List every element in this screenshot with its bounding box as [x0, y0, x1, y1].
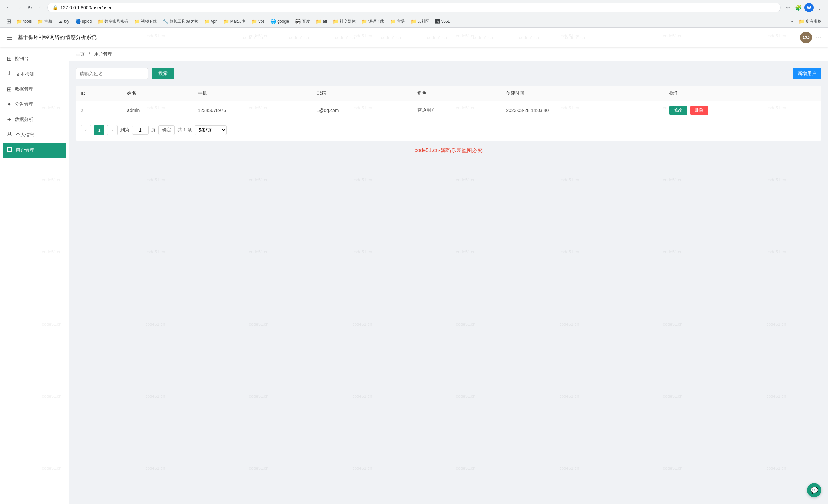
- cell-actions: 修改 删除: [664, 101, 821, 120]
- bookmark-label: 宝藏: [44, 19, 52, 24]
- sidebar-item-label: 文本检测: [16, 71, 34, 77]
- folder-icon: 📁: [223, 19, 229, 24]
- address-bar[interactable]: 🔒 127.0.0.1:8000/user/user: [47, 3, 781, 12]
- header-right: CO ···: [800, 32, 821, 43]
- bookmark-vpn[interactable]: 📁 vpn: [201, 17, 220, 25]
- copyright-watermark: code51.cn-源码乐园盗图必究: [76, 147, 821, 154]
- bookmark-uplod[interactable]: 🔵 uplod: [73, 17, 94, 25]
- cell-id: 2: [76, 101, 122, 120]
- folder-icon: 📁: [37, 19, 43, 24]
- menu-toggle-button[interactable]: ☰: [7, 34, 12, 41]
- current-page-button[interactable]: 1: [94, 125, 105, 135]
- bookmark-label: 所有书签: [806, 19, 821, 24]
- folder-icon: 📁: [134, 19, 140, 24]
- app-title: 基于循环神经网络的情感分析系统: [18, 34, 800, 41]
- profile-button[interactable]: W: [804, 3, 814, 12]
- edit-button[interactable]: 修改: [669, 106, 687, 115]
- page-size-select[interactable]: 5条/页 10条/页 20条/页: [195, 125, 227, 135]
- bookmark-source[interactable]: 📁 源码下载: [359, 17, 387, 26]
- bookmark-video-download[interactable]: 📁 视频下载: [131, 17, 159, 26]
- extensions-button[interactable]: 🧩: [794, 3, 803, 12]
- bookmark-cloud-community[interactable]: 📁 云社区: [408, 17, 432, 26]
- upload-icon: 🔵: [75, 19, 81, 24]
- bookmark-v651[interactable]: 🅰 v651: [433, 17, 452, 25]
- reload-button[interactable]: ↻: [25, 3, 34, 12]
- bookmark-baidu[interactable]: 🐼 百度: [292, 17, 313, 26]
- bookmark-label: 源码下载: [368, 19, 384, 24]
- sidebar-item-label: 用户管理: [16, 148, 34, 154]
- bookmark-google[interactable]: 🌐 google: [268, 17, 292, 25]
- delete-button[interactable]: 删除: [690, 106, 708, 115]
- sidebar-item-data-management[interactable]: ⊞ 数据管理: [0, 82, 69, 97]
- data-management-icon: ⊞: [7, 86, 11, 93]
- bookmark-webmaster-tools[interactable]: 🔧 站长工具·站之家: [160, 17, 201, 26]
- text-detection-icon: [7, 70, 12, 78]
- folder-icon: 📁: [251, 19, 257, 24]
- avatar[interactable]: CO: [800, 32, 812, 43]
- search-button[interactable]: 搜索: [152, 68, 174, 79]
- svg-point-3: [8, 132, 10, 134]
- page-goto-input[interactable]: [132, 126, 149, 135]
- sidebar-item-text-detection[interactable]: 文本检测: [0, 67, 69, 82]
- folder-icon: 📁: [390, 19, 396, 24]
- bookmark-all[interactable]: 📁 所有书签: [796, 17, 824, 26]
- content-area: 搜索 新增用户 ID 姓名 手机 邮箱 角色 创建时间 操作: [69, 61, 828, 161]
- header-more-button[interactable]: ···: [816, 34, 821, 41]
- float-chat-button[interactable]: 💬: [807, 483, 821, 497]
- home-button[interactable]: ⌂: [36, 3, 45, 12]
- breadcrumb-current: 用户管理: [94, 51, 112, 56]
- back-button[interactable]: ←: [4, 3, 13, 12]
- cloud-icon: ☁: [58, 19, 63, 24]
- table-container: ID 姓名 手机 邮箱 角色 创建时间 操作 2 admin: [76, 86, 821, 141]
- bookmark-label: uplod: [82, 19, 92, 24]
- sidebar-item-data-analysis[interactable]: ✦ 数据分析: [0, 112, 69, 127]
- search-input[interactable]: [76, 68, 148, 79]
- bookmark-baozang[interactable]: 📁 宝藏: [35, 17, 55, 26]
- col-name: 姓名: [122, 86, 193, 101]
- bookmark-label: vpn: [211, 19, 217, 24]
- sidebar-item-personal-info[interactable]: 个人信息: [0, 127, 69, 142]
- breadcrumb-home[interactable]: 主页: [76, 51, 85, 56]
- goto-label: 到第: [120, 127, 129, 133]
- url-display: 127.0.0.1:8000/user/user: [60, 5, 776, 10]
- bookmark-txy[interactable]: ☁ txy: [55, 17, 72, 25]
- col-id: ID: [76, 86, 122, 101]
- star-button[interactable]: ☆: [783, 3, 792, 12]
- bookmark-label: 共享账号密码: [105, 19, 128, 24]
- bookmark-social[interactable]: 📁 社交媒体: [330, 17, 358, 26]
- bookmark-aff[interactable]: 📁 aff: [313, 17, 330, 25]
- user-table: ID 姓名 手机 邮箱 角色 创建时间 操作 2 admin: [76, 86, 821, 120]
- prev-page-button[interactable]: ‹: [81, 125, 91, 135]
- dashboard-icon: ⊞: [7, 55, 11, 62]
- bookmark-tools[interactable]: 📁 tools: [14, 17, 34, 25]
- sidebar-menu: ⊞ 控制台 文本检测 ⊞ 数据管理 ✦ 公告管理 ✦: [0, 47, 69, 162]
- bookmarks-more-button[interactable]: »: [788, 18, 795, 25]
- sidebar-item-dashboard[interactable]: ⊞ 控制台: [0, 51, 69, 67]
- cell-created: 2023-03-28 14:03:40: [501, 101, 664, 120]
- main-content: 主页 / 用户管理 搜索 新增用户 ID 姓名 手机: [69, 47, 828, 504]
- sidebar-item-user-management[interactable]: 用户管理: [3, 142, 67, 158]
- cell-email: 1@qq.com: [312, 101, 412, 120]
- folder-icon: 📁: [204, 19, 210, 24]
- sidebar-item-notice-management[interactable]: ✦ 公告管理: [0, 97, 69, 112]
- bookmark-maxcloud[interactable]: 📁 Max云库: [221, 17, 248, 26]
- folder-icon: 📁: [411, 19, 416, 24]
- forward-button[interactable]: →: [14, 3, 24, 12]
- browser-actions: ☆ 🧩 W ⋮: [783, 3, 824, 12]
- next-page-button[interactable]: ›: [107, 125, 118, 135]
- bookmark-vps[interactable]: 📁 vps: [249, 17, 267, 25]
- bookmark-label: Max云库: [230, 19, 246, 24]
- add-user-button[interactable]: 新增用户: [792, 68, 821, 79]
- folder-icon: 📁: [362, 19, 367, 24]
- search-bar: 搜索 新增用户: [76, 68, 821, 79]
- bookmark-shared-account[interactable]: 📁 共享账号密码: [95, 17, 131, 26]
- apps-button[interactable]: ⊞: [4, 17, 13, 26]
- browser-chrome: ← → ↻ ⌂ 🔒 127.0.0.1:8000/user/user ☆ 🧩 W…: [0, 0, 828, 28]
- more-options-button[interactable]: ⋮: [815, 3, 824, 12]
- browser-toolbar: ← → ↻ ⌂ 🔒 127.0.0.1:8000/user/user ☆ 🧩 W…: [0, 0, 828, 15]
- bookmark-label: 视频下载: [141, 19, 157, 24]
- cell-phone: 12345678976: [193, 101, 311, 120]
- tool-icon: 🔧: [163, 19, 168, 24]
- page-confirm-button[interactable]: 确定: [158, 125, 175, 135]
- bookmark-baota[interactable]: 📁 宝塔: [387, 17, 407, 26]
